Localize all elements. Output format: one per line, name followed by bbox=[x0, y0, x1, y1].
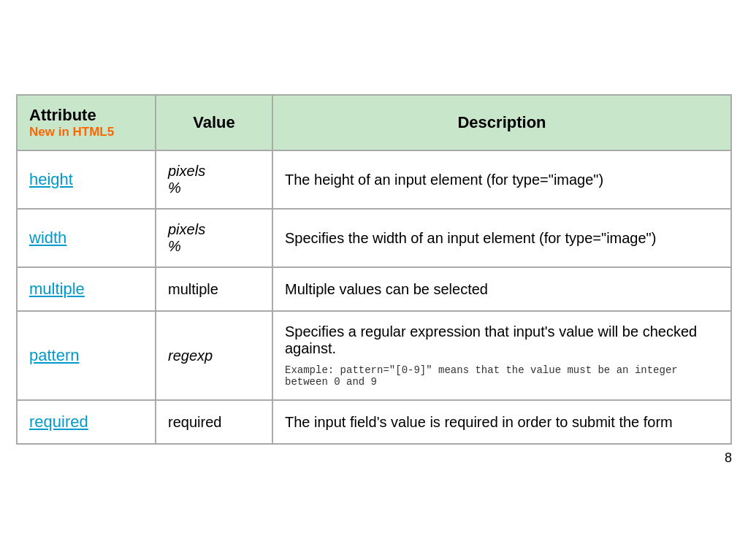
table-row: required required The input field's valu… bbox=[17, 400, 731, 444]
description-column-header: Description bbox=[272, 95, 731, 150]
attribute-cell-pattern: pattern bbox=[17, 311, 156, 400]
new-in-html5-label: New in HTML5 bbox=[29, 125, 143, 139]
value-column-header: Value bbox=[156, 95, 272, 150]
value-cell-required: required bbox=[156, 400, 272, 444]
attribute-cell-required: required bbox=[17, 400, 156, 444]
attribute-cell-multiple: multiple bbox=[17, 267, 156, 311]
multiple-link[interactable]: multiple bbox=[29, 280, 85, 298]
table-body: height pixels% The height of an input el… bbox=[17, 150, 731, 444]
page-number: 8 bbox=[16, 445, 732, 466]
description-cell-width: Specifies the width of an input element … bbox=[272, 209, 731, 267]
table-header-row: Attribute New in HTML5 Value Description bbox=[17, 95, 731, 150]
required-link[interactable]: required bbox=[29, 413, 88, 431]
pattern-link[interactable]: pattern bbox=[29, 346, 80, 364]
value-cell-multiple: multiple bbox=[156, 267, 272, 311]
attributes-table: Attribute New in HTML5 Value Description… bbox=[16, 94, 732, 445]
table-row: multiple multiple Multiple values can be… bbox=[17, 267, 731, 311]
attribute-column-header: Attribute New in HTML5 bbox=[17, 95, 156, 150]
table-row: width pixels% Specifies the width of an … bbox=[17, 209, 731, 267]
table-row: pattern regexp Specifies a regular expre… bbox=[17, 311, 731, 400]
value-cell-height: pixels% bbox=[156, 150, 272, 209]
table-row: height pixels% The height of an input el… bbox=[17, 150, 731, 209]
attribute-cell-height: height bbox=[17, 150, 156, 209]
height-link[interactable]: height bbox=[29, 170, 73, 188]
description-cell-multiple: Multiple values can be selected bbox=[272, 267, 731, 311]
description-cell-height: The height of an input element (for type… bbox=[272, 150, 731, 209]
attribute-cell-width: width bbox=[17, 209, 156, 267]
table-container: Attribute New in HTML5 Value Description… bbox=[16, 94, 732, 466]
value-cell-width: pixels% bbox=[156, 209, 272, 267]
value-cell-pattern: regexp bbox=[156, 311, 272, 400]
pattern-example: Example: pattern="[0-9]" means that the … bbox=[285, 364, 719, 388]
description-cell-pattern: Specifies a regular expression that inpu… bbox=[272, 311, 731, 400]
width-link[interactable]: width bbox=[29, 229, 66, 247]
description-cell-required: The input field's value is required in o… bbox=[272, 400, 731, 444]
